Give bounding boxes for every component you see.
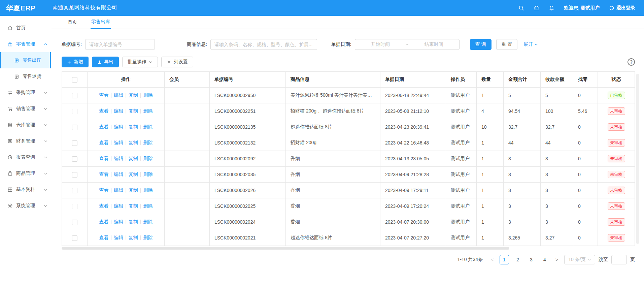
toolbar: 新增 导出 批量操作 列设置 ? [62, 57, 635, 67]
action-view-link[interactable]: 查看 [99, 124, 109, 129]
action-delete-link[interactable]: 删除 [143, 92, 152, 98]
sidebar-item-system[interactable]: 系统管理 [0, 198, 51, 214]
action-view-link[interactable]: 查看 [99, 140, 109, 145]
page-1[interactable]: 1 [500, 255, 509, 264]
action-copy-link[interactable]: 复制 [129, 92, 138, 98]
action-edit-link[interactable]: 编辑 [114, 156, 123, 161]
row-checkbox[interactable] [72, 188, 77, 193]
action-view-link[interactable]: 查看 [99, 171, 109, 177]
product-info-input[interactable] [210, 39, 317, 50]
action-copy-link[interactable]: 复制 [129, 235, 138, 240]
help-icon[interactable]: ? [628, 58, 635, 66]
row-checkbox[interactable] [72, 235, 77, 241]
page-4[interactable]: 4 [540, 255, 549, 264]
member-cell [165, 151, 210, 167]
action-edit-link[interactable]: 编辑 [114, 219, 123, 224]
select-all-checkbox[interactable] [72, 77, 77, 83]
sidebar-item-reports[interactable]: 报表查询 [0, 149, 51, 165]
page-3[interactable]: 3 [527, 255, 536, 264]
table-row: 查看|编辑|复制|删除LSCK00000002025香烟2023-04-09 1… [62, 198, 635, 214]
action-edit-link[interactable]: 编辑 [114, 203, 123, 209]
action-edit-link[interactable]: 编辑 [114, 235, 123, 240]
action-copy-link[interactable]: 复制 [129, 171, 138, 177]
page-2[interactable]: 2 [513, 255, 522, 264]
action-view-link[interactable]: 查看 [99, 187, 109, 193]
action-view-link[interactable]: 查看 [99, 108, 109, 114]
next-page-button[interactable]: > [553, 257, 561, 262]
export-button[interactable]: 导出 [92, 57, 119, 67]
reset-button[interactable]: 重 置 [496, 39, 518, 50]
row-checkbox[interactable] [72, 156, 77, 162]
row-checkbox[interactable] [72, 140, 77, 146]
operator-cell: 测试用户 [446, 198, 477, 214]
action-copy-link[interactable]: 复制 [129, 140, 138, 145]
action-copy-link[interactable]: 复制 [129, 219, 138, 224]
sidebar-item-products[interactable]: 商品管理 [0, 165, 51, 182]
warehouse-icon [7, 122, 13, 128]
action-copy-link[interactable]: 复制 [129, 124, 138, 129]
gear-icon [167, 60, 171, 64]
row-checkbox[interactable] [72, 109, 77, 114]
action-edit-link[interactable]: 编辑 [114, 108, 123, 114]
bill-no-input[interactable] [85, 39, 155, 50]
batch-actions-button[interactable]: 批量操作 [122, 57, 158, 67]
search-icon[interactable] [518, 5, 524, 11]
row-checkbox[interactable] [72, 93, 77, 98]
add-button[interactable]: 新增 [62, 57, 89, 67]
action-delete-link[interactable]: 删除 [143, 187, 152, 193]
action-edit-link[interactable]: 编辑 [114, 187, 123, 193]
bank-icon[interactable] [534, 5, 539, 11]
prev-page-button[interactable]: < [488, 257, 496, 262]
sidebar-item-warehouse[interactable]: 仓库管理 [0, 117, 51, 133]
sidebar-item-finance[interactable]: 财务管理 [0, 133, 51, 149]
action-view-link[interactable]: 查看 [99, 235, 109, 240]
action-copy-link[interactable]: 复制 [129, 203, 138, 209]
action-edit-link[interactable]: 编辑 [114, 171, 123, 177]
row-checkbox[interactable] [72, 125, 77, 130]
sidebar-item-retail-out[interactable]: 零售出库 [0, 52, 51, 68]
action-delete-link[interactable]: 删除 [143, 171, 152, 177]
action-copy-link[interactable]: 复制 [129, 187, 138, 193]
row-checkbox[interactable] [72, 172, 77, 178]
action-delete-link[interactable]: 删除 [143, 124, 152, 129]
action-view-link[interactable]: 查看 [99, 92, 109, 98]
action-edit-link[interactable]: 编辑 [114, 92, 123, 98]
action-copy-link[interactable]: 复制 [129, 108, 138, 114]
status-badge: 已审核 [608, 92, 625, 99]
action-delete-link[interactable]: 删除 [143, 235, 152, 240]
sidebar-item-sales[interactable]: 销售管理 [0, 101, 51, 117]
row-checkbox[interactable] [72, 220, 77, 225]
operator-cell: 测试用户 [446, 135, 477, 151]
row-checkbox[interactable] [72, 204, 77, 209]
horizontal-scrollbar[interactable] [62, 247, 509, 250]
tab-home[interactable]: 首页 [67, 17, 78, 29]
bill-no-cell: LSCK00000002251 [210, 103, 286, 119]
column-settings-button[interactable]: 列设置 [161, 57, 193, 67]
sidebar-item-basic-data[interactable]: 基本资料 [0, 182, 51, 198]
action-view-link[interactable]: 查看 [99, 156, 109, 161]
sidebar-item-purchase[interactable]: 采购管理 [0, 85, 51, 101]
logout-button[interactable]: 退出登录 [609, 5, 635, 11]
action-view-link[interactable]: 查看 [99, 203, 109, 209]
action-delete-link[interactable]: 删除 [143, 156, 152, 161]
jump-page-input[interactable] [611, 255, 627, 264]
action-edit-link[interactable]: 编辑 [114, 124, 123, 129]
sidebar-item-retail[interactable]: 零售管理 [0, 36, 51, 52]
header-products: 商品信息 [286, 72, 380, 88]
search-button[interactable]: 查 询 [470, 39, 492, 50]
tab-retail-out[interactable]: 零售出库 [91, 16, 111, 29]
action-delete-link[interactable]: 删除 [143, 203, 152, 209]
expand-link[interactable]: 展开 [523, 41, 538, 47]
action-copy-link[interactable]: 复制 [129, 156, 138, 161]
sidebar-item-home[interactable]: 首页 [0, 20, 51, 36]
date-range-input[interactable]: 开始时间 ~ 结束时间 [355, 39, 460, 50]
action-view-link[interactable]: 查看 [99, 219, 109, 224]
action-delete-link[interactable]: 删除 [143, 219, 152, 224]
vertical-scrollbar[interactable] [636, 74, 639, 244]
action-edit-link[interactable]: 编辑 [114, 140, 123, 145]
action-delete-link[interactable]: 删除 [143, 108, 152, 114]
page-size-select[interactable]: 10 条/页 [564, 255, 595, 264]
action-delete-link[interactable]: 删除 [143, 140, 152, 145]
bell-icon[interactable] [549, 5, 554, 11]
sidebar-item-retail-return[interactable]: 零售退货 [0, 68, 51, 85]
